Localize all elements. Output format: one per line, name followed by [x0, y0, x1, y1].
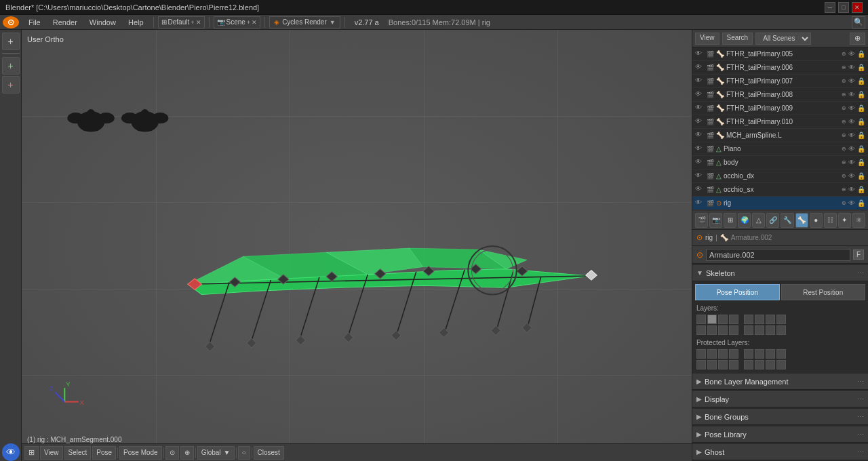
rest-position-btn[interactable]: Rest Position	[781, 284, 866, 300]
oi-visibility-body[interactable]: 👁	[695, 158, 705, 167]
outliner-item-Piano[interactable]: 👁 🎬 △ Piano ⊕ 👁 🔒	[692, 142, 868, 156]
viewport-snap-type-btn[interactable]: Closest	[254, 446, 284, 460]
layer-cell-layers-group-4-0[interactable]	[744, 325, 753, 335]
layer-cell-prot-layers-group-2-3[interactable]	[776, 349, 786, 359]
prop-scene-btn[interactable]: 🎬	[695, 213, 708, 228]
oi-action-occhio_sx[interactable]: ⊕	[842, 186, 846, 193]
pose-mode-select[interactable]: Pose Mode	[119, 446, 162, 460]
prop-physics-btn[interactable]: ⚛	[852, 213, 865, 228]
oi-lock-FTHR_tailPrimary.008[interactable]: 🔒	[857, 91, 865, 98]
oi-action-MCH_armSpline.L[interactable]: ⊕	[842, 132, 846, 138]
outliner-item-occhio_sx[interactable]: 👁 🎬 △ occhio_sx ⊕ 👁 🔒	[692, 183, 868, 197]
layer-cell-prot-layers-group-3-3[interactable]	[729, 360, 738, 369]
oi-restrict-render-rig[interactable]: 🎬	[707, 200, 714, 207]
viewport-orientation-btn[interactable]: Global ▼	[197, 446, 235, 460]
oi-lock-FTHR_tailPrimary.006[interactable]: 🔒	[857, 64, 865, 71]
layer-cell-layers-group-2-1[interactable]	[755, 315, 764, 324]
outliner-item-FTHR_tailPrimary.005[interactable]: 👁 🎬 🦴 FTHR_tailPrimary.005 ⊕ 👁 🔒	[692, 47, 868, 61]
oi-eye2-rig[interactable]: 👁	[848, 199, 855, 207]
layer-cell-layers-group-1-3[interactable]	[729, 315, 738, 324]
viewport-mode-icon[interactable]: ⊞	[24, 446, 39, 460]
viewport-pivot-btn[interactable]: ⊙	[165, 446, 179, 460]
oi-eye2-body[interactable]: 👁	[848, 159, 855, 166]
oi-restrict-render-FTHR_tailPrimary.006[interactable]: 🎬	[707, 64, 714, 71]
outliner-search-btn[interactable]: Search	[722, 33, 753, 45]
oi-eye2-Piano[interactable]: 👁	[848, 145, 855, 153]
oi-lock-FTHR_tailPrimary.007[interactable]: 🔒	[857, 77, 865, 85]
oi-action-FTHR_tailPrimary.007[interactable]: ⊕	[842, 78, 846, 84]
oi-visibility-occhio_dx[interactable]: 👁	[695, 172, 705, 181]
outliner-item-FTHR_tailPrimary.009[interactable]: 👁 🎬 🦴 FTHR_tailPrimary.009 ⊕ 👁 🔒	[692, 102, 868, 115]
layer-cell-prot-layers-group-1-3[interactable]	[729, 349, 738, 359]
layer-cell-prot-layers-group-4-2[interactable]	[766, 360, 775, 369]
sidebar-tools-icon[interactable]: +	[2, 33, 20, 50]
oi-lock-rig[interactable]: 🔒	[857, 199, 865, 207]
oi-visibility-rig[interactable]: 👁	[695, 199, 705, 208]
menu-window[interactable]: Window	[84, 17, 121, 28]
outliner-item-FTHR_tailPrimary.010[interactable]: 👁 🎬 🦴 FTHR_tailPrimary.010 ⊕ 👁 🔒	[692, 115, 868, 129]
layer-cell-prot-layers-group-1-0[interactable]	[696, 349, 706, 359]
oi-eye2-FTHR_tailPrimary.010[interactable]: 👁	[848, 118, 855, 125]
oi-visibility-FTHR_tailPrimary.005[interactable]: 👁	[695, 49, 705, 59]
oi-action-FTHR_tailPrimary.005[interactable]: ⊕	[842, 51, 846, 57]
scene-selector[interactable]: 📷 Scene + ✕	[214, 16, 261, 28]
oi-action-rig[interactable]: ⊕	[842, 200, 846, 206]
layer-cell-layers-group-1-2[interactable]	[718, 315, 728, 324]
eye-icon[interactable]: 👁	[2, 443, 20, 461]
oi-lock-body[interactable]: 🔒	[857, 159, 865, 166]
outliner-filter-btn[interactable]: ⊕	[850, 33, 865, 45]
oi-visibility-FTHR_tailPrimary.008[interactable]: 👁	[695, 90, 705, 100]
engine-selector[interactable]: ◈ Cycles Render ▼	[269, 16, 340, 28]
prop-modifiers-btn[interactable]: 🔧	[781, 213, 793, 228]
layer-cell-prot-layers-group-3-2[interactable]	[718, 360, 728, 369]
oi-visibility-FTHR_tailPrimary.007[interactable]: 👁	[695, 77, 705, 86]
layer-cell-layers-group-1-0[interactable]	[696, 315, 706, 324]
layer-cell-prot-layers-group-3-0[interactable]	[696, 360, 706, 369]
oi-eye2-occhio_sx[interactable]: 👁	[848, 186, 855, 193]
oi-eye2-occhio_dx[interactable]: 👁	[848, 172, 855, 180]
viewport-snap-btn[interactable]: ⊕	[180, 446, 194, 460]
section-pose-library[interactable]: ▶ Pose Library ⋯	[692, 426, 868, 443]
layer-cell-prot-layers-group-1-1[interactable]	[707, 349, 717, 359]
oi-visibility-FTHR_tailPrimary.009[interactable]: 👁	[695, 104, 705, 113]
layout-selector[interactable]: ⊞ Default + ✕	[158, 16, 205, 28]
prop-world-btn[interactable]: 🌍	[738, 213, 751, 228]
oi-eye2-FTHR_tailPrimary.008[interactable]: 👁	[848, 91, 855, 98]
prop-object-btn[interactable]: △	[752, 213, 765, 228]
oi-lock-FTHR_tailPrimary.005[interactable]: 🔒	[857, 50, 865, 58]
viewport-pose-btn[interactable]: Pose	[92, 446, 116, 460]
oi-visibility-MCH_armSpline.L[interactable]: 👁	[695, 131, 705, 140]
oi-lock-FTHR_tailPrimary.009[interactable]: 🔒	[857, 104, 865, 112]
maximize-button[interactable]: □	[838, 2, 849, 13]
oi-lock-MCH_armSpline.L[interactable]: 🔒	[857, 132, 865, 139]
menu-file[interactable]: File	[23, 17, 46, 28]
section-menu-bone-layer-mgmt[interactable]: ⋯	[857, 378, 864, 385]
layer-cell-layers-group-4-2[interactable]	[766, 325, 775, 335]
layer-cell-prot-layers-group-2-0[interactable]	[744, 349, 753, 359]
skeleton-section-header[interactable]: ▼ Skeleton ⋯	[692, 265, 868, 281]
layer-cell-prot-layers-group-2-2[interactable]	[766, 349, 775, 359]
oi-lock-occhio_dx[interactable]: 🔒	[857, 172, 865, 180]
oi-eye2-MCH_armSpline.L[interactable]: 👁	[848, 132, 855, 139]
layer-cell-layers-group-3-2[interactable]	[718, 325, 728, 335]
skeleton-menu-icon[interactable]: ⋯	[857, 269, 864, 277]
armature-name-input[interactable]	[706, 249, 850, 261]
outliner-item-FTHR_tailPrimary.008[interactable]: 👁 🎬 🦴 FTHR_tailPrimary.008 ⊕ 👁 🔒	[692, 88, 868, 102]
layer-cell-prot-layers-group-3-1[interactable]	[707, 360, 717, 369]
oi-eye2-FTHR_tailPrimary.006[interactable]: 👁	[848, 64, 855, 71]
oi-action-FTHR_tailPrimary.008[interactable]: ⊕	[842, 92, 846, 98]
oi-visibility-Piano[interactable]: 👁	[695, 144, 705, 154]
oi-restrict-render-MCH_armSpline.L[interactable]: 🎬	[707, 132, 714, 139]
prop-particles-btn[interactable]: ✦	[838, 213, 851, 228]
prop-material-btn[interactable]: ●	[810, 213, 823, 228]
oi-lock-occhio_sx[interactable]: 🔒	[857, 186, 865, 193]
oi-visibility-occhio_sx[interactable]: 👁	[695, 185, 705, 195]
oi-eye2-FTHR_tailPrimary.007[interactable]: 👁	[848, 77, 855, 85]
viewport-select-btn[interactable]: Select	[64, 446, 92, 460]
section-bone-layer-mgmt[interactable]: ▶ Bone Layer Management ⋯	[692, 374, 868, 390]
section-menu-bone-groups[interactable]: ⋯	[857, 413, 864, 420]
layer-cell-prot-layers-group-4-1[interactable]	[755, 360, 764, 369]
sidebar-plus-icon[interactable]: +	[2, 57, 20, 75]
viewport-view-btn[interactable]: View	[40, 446, 63, 460]
oi-action-occhio_dx[interactable]: ⊕	[842, 173, 846, 179]
